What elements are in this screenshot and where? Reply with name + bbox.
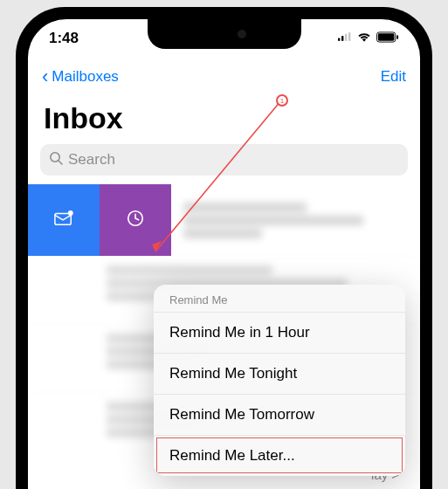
nav-bar: ‹ Mailboxes Edit: [28, 58, 420, 96]
svg-rect-3: [348, 32, 350, 41]
battery-icon: [376, 30, 399, 47]
remind-later[interactable]: Remind Me Later...: [154, 435, 405, 476]
svg-rect-6: [396, 35, 398, 39]
remind-tonight[interactable]: Remind Me Tonight: [154, 353, 405, 394]
search-input[interactable]: Search: [40, 144, 408, 176]
swiped-mail-row[interactable]: [28, 184, 420, 256]
remind-tomorrow[interactable]: Remind Me Tomorrow: [154, 394, 405, 435]
notch: [148, 19, 301, 49]
cellular-icon: [338, 30, 352, 48]
screen: 1:48 ‹ Mailboxes Edit Inbox: [28, 19, 420, 489]
mark-unread-action[interactable]: [28, 184, 100, 256]
back-label: Mailboxes: [52, 68, 119, 86]
annotation-marker: 1: [276, 94, 288, 107]
svg-point-10: [68, 210, 73, 216]
svg-rect-2: [345, 33, 347, 40]
wifi-icon: [357, 30, 371, 48]
clock-icon: [126, 209, 145, 231]
back-button[interactable]: ‹ Mailboxes: [42, 67, 119, 86]
svg-rect-5: [378, 33, 395, 40]
svg-rect-1: [341, 36, 343, 41]
phone-frame: 1:48 ‹ Mailboxes Edit Inbox: [16, 7, 432, 489]
menu-header: Remind Me: [154, 285, 405, 312]
svg-rect-0: [338, 38, 340, 40]
remind-1-hour[interactable]: Remind Me in 1 Hour: [154, 312, 405, 353]
status-time: 1:48: [49, 30, 79, 47]
search-placeholder: Search: [68, 151, 115, 169]
remind-me-action[interactable]: [100, 184, 171, 256]
envelope-icon: [54, 209, 73, 231]
svg-rect-9: [55, 214, 71, 225]
edit-button[interactable]: Edit: [381, 68, 406, 86]
chevron-left-icon: ‹: [42, 67, 48, 86]
page-title: Inbox: [28, 96, 420, 144]
search-icon: [49, 151, 63, 169]
remind-me-menu: Remind Me Remind Me in 1 Hour Remind Me …: [154, 285, 405, 476]
mail-preview: [171, 184, 420, 256]
svg-line-8: [59, 161, 62, 164]
